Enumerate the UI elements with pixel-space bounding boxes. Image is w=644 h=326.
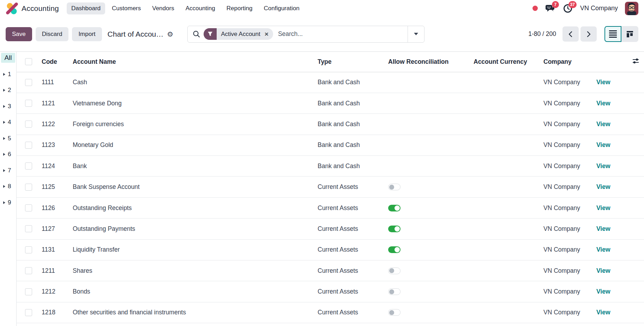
filter-facet-label: Active Account — [217, 31, 265, 38]
view-button[interactable]: View — [596, 267, 610, 274]
list-view-button[interactable] — [604, 26, 621, 42]
row-checkbox[interactable] — [25, 246, 32, 253]
reconciliation-toggle[interactable] — [388, 246, 401, 253]
toggle-knob — [395, 205, 400, 211]
reconciliation-toggle[interactable] — [388, 267, 401, 274]
view-button[interactable]: View — [596, 288, 610, 295]
search-bar[interactable]: Active Account × Search... — [187, 26, 425, 43]
column-header-type[interactable]: Type — [318, 52, 388, 72]
table-row[interactable]: 1111CashBank and CashVN CompanyView — [17, 72, 644, 93]
account-code: 1125 — [42, 183, 55, 190]
sidebar-item-all[interactable]: All — [1, 53, 15, 63]
view-button[interactable]: View — [596, 79, 610, 86]
column-header-account-name[interactable]: Account Name — [70, 52, 318, 72]
table-row[interactable]: 1123Monetary GoldBank and CashVN Company… — [17, 135, 644, 155]
remove-filter-icon[interactable]: × — [265, 31, 273, 37]
kanban-view-button[interactable] — [621, 26, 638, 42]
row-checkbox[interactable] — [25, 204, 32, 211]
table-row[interactable]: 1212BondsCurrent AssetsVN CompanyView — [17, 281, 644, 302]
table-row[interactable]: 1121Vietnamese DongBank and CashVN Compa… — [17, 93, 644, 113]
gear-icon[interactable]: ⚙ — [167, 31, 173, 38]
table-row[interactable]: 1126Outstanding ReceiptsCurrent AssetsVN… — [17, 197, 644, 218]
row-checkbox[interactable] — [25, 267, 32, 274]
row-checkbox[interactable] — [25, 79, 32, 86]
filter-facet[interactable]: Active Account × — [204, 28, 273, 40]
table-row[interactable]: 1124BankBank and CashVN CompanyView — [17, 156, 644, 177]
menu-item-accounting[interactable]: Accounting — [181, 2, 220, 14]
menu-item-reporting[interactable]: Reporting — [222, 2, 257, 14]
sidebar-group-6[interactable]: 6 — [0, 147, 16, 163]
view-button[interactable]: View — [596, 183, 610, 190]
toggle-knob — [389, 268, 394, 273]
view-button[interactable]: View — [596, 141, 610, 148]
table-row[interactable]: 1127Outstanding PaymentsCurrent AssetsVN… — [17, 219, 644, 239]
sidebar-group-5[interactable]: 5 — [0, 130, 16, 147]
column-header-code[interactable]: Code — [39, 52, 70, 72]
table-row-partial[interactable] — [17, 323, 644, 326]
menu-item-dashboard[interactable]: Dashboard — [67, 2, 105, 14]
reconciliation-toggle[interactable] — [388, 205, 401, 211]
row-checkbox[interactable] — [25, 288, 32, 295]
user-avatar[interactable] — [625, 2, 638, 15]
view-button[interactable]: View — [596, 121, 610, 128]
pager-and-views: 1-80 / 200 — [528, 26, 638, 42]
reconciliation-toggle[interactable] — [388, 309, 401, 316]
discard-button[interactable]: Discard — [36, 27, 69, 41]
account-code: 1111 — [42, 79, 54, 86]
app-brand[interactable]: Accounting — [6, 2, 59, 15]
table-row[interactable]: 1131Liquidity TransferCurrent AssetsVN C… — [17, 239, 644, 260]
view-button[interactable]: View — [596, 309, 610, 316]
row-checkbox[interactable] — [25, 225, 32, 232]
row-checkbox[interactable] — [25, 162, 32, 170]
column-header-allow-reconciliation[interactable]: Allow Reconciliation — [388, 52, 474, 72]
accounting-app-icon — [6, 2, 18, 15]
menu-item-vendors[interactable]: Vendors — [148, 2, 179, 14]
toggle-knob — [389, 185, 394, 190]
account-type: Bank and Cash — [318, 121, 360, 128]
select-all-checkbox[interactable] — [25, 58, 32, 65]
reconciliation-toggle[interactable] — [388, 184, 401, 190]
view-button[interactable]: View — [596, 246, 610, 253]
toggle-knob — [395, 226, 400, 232]
toggle-knob — [389, 310, 394, 315]
column-header-account-currency[interactable]: Account Currency — [474, 52, 543, 72]
search-input[interactable]: Search... — [278, 30, 303, 38]
menu-item-customers[interactable]: Customers — [107, 2, 145, 14]
sidebar-group-8[interactable]: 8 — [0, 179, 16, 195]
view-button[interactable]: View — [596, 100, 610, 107]
sidebar-group-3[interactable]: 3 — [0, 98, 16, 115]
search-dropdown-toggle[interactable] — [408, 26, 424, 42]
table-row[interactable]: 1125Bank Suspense AccountCurrent AssetsV… — [17, 177, 644, 197]
row-checkbox[interactable] — [25, 121, 32, 128]
save-button[interactable]: Save — [6, 27, 32, 41]
menu-item-configuration[interactable]: Configuration — [259, 2, 304, 14]
pager-next-button[interactable] — [580, 26, 597, 42]
reconciliation-toggle[interactable] — [388, 288, 401, 295]
sidebar-group-4[interactable]: 4 — [0, 115, 16, 131]
view-button[interactable]: View — [596, 225, 610, 232]
import-button[interactable]: Import — [72, 27, 102, 41]
activities-button[interactable]: 37 — [562, 3, 573, 14]
reconciliation-toggle[interactable] — [388, 226, 401, 232]
chevron-left-icon — [568, 31, 573, 37]
view-button[interactable]: View — [596, 204, 610, 211]
messages-button[interactable]: 7 — [545, 3, 555, 14]
row-checkbox[interactable] — [25, 184, 32, 191]
pager-value[interactable]: 1-80 / 200 — [528, 30, 556, 38]
sidebar-group-2[interactable]: 2 — [0, 82, 16, 99]
table-row[interactable]: 1218Other securities and financial instr… — [17, 302, 644, 323]
view-button[interactable]: View — [596, 162, 610, 170]
pager-previous-button[interactable] — [562, 26, 579, 42]
table-header-row: Code Account Name Type Allow Reconciliat… — [17, 52, 644, 72]
table-row[interactable]: 1122Foreign currenciesBank and CashVN Co… — [17, 114, 644, 135]
sidebar-group-9[interactable]: 9 — [0, 195, 16, 211]
row-checkbox[interactable] — [25, 142, 32, 149]
row-checkbox[interactable] — [25, 100, 32, 107]
table-row[interactable]: 1211SharesCurrent AssetsVN CompanyView — [17, 260, 644, 281]
sidebar-group-7[interactable]: 7 — [0, 162, 16, 179]
company-switcher[interactable]: VN Company — [580, 5, 618, 12]
row-checkbox[interactable] — [25, 309, 32, 316]
optional-columns-icon[interactable] — [632, 57, 639, 64]
column-header-company[interactable]: Company — [543, 52, 596, 72]
sidebar-group-1[interactable]: 1 — [0, 66, 16, 82]
